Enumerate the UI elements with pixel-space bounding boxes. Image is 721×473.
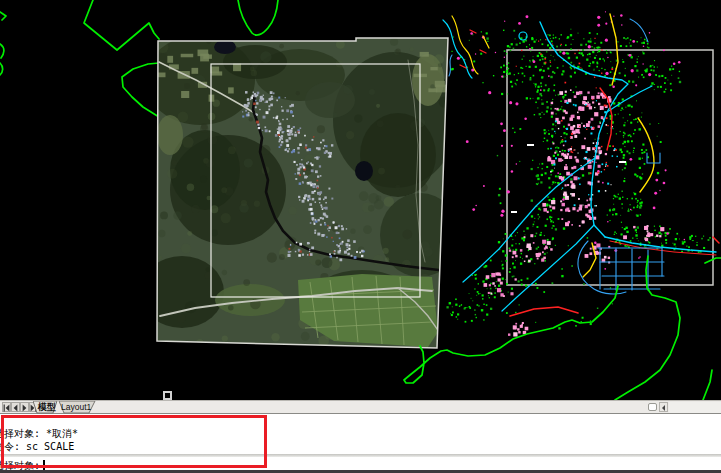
prev-tab-icon [12,404,19,412]
prev-tab-button[interactable] [11,402,20,412]
command-input-line[interactable]: 选择对象: [0,459,721,470]
hscroll-left-icon [660,404,667,412]
tab-layout1[interactable]: Layout1 [61,402,91,413]
satellite-image [140,35,460,350]
hscroll-track[interactable] [669,402,721,413]
pond [214,40,236,54]
command-divider [0,454,721,457]
command-history-line-1: 选择对象: *取消* [0,427,721,440]
model-space-viewport[interactable] [0,0,721,400]
cad-lines [443,14,719,316]
layout-tab-bar: 模型 Layout1 [0,400,721,413]
cad-map [443,11,719,336]
first-tab-button[interactable] [2,402,11,412]
next-tab-button[interactable] [20,402,29,412]
hscroll-left-button[interactable] [659,402,668,412]
next-tab-icon [21,404,28,412]
first-tab-icon [3,404,10,412]
drawing-canvas-svg [0,0,721,400]
tab-model[interactable]: 模型 [38,402,56,413]
command-window[interactable]: 选择对象: *取消* 命令: sc SCALE 选择对象: [0,413,721,470]
pond [355,161,373,181]
autocad-window: 模型 Layout1 选择对象: *取消* 命令: sc SCALE 选择对象: [0,0,721,473]
pickbox-cursor [163,391,172,400]
text-cursor [43,460,45,470]
tabbar-splitter[interactable] [648,403,657,411]
contour-lines-bottom-right [404,256,721,400]
command-prompt: 选择对象: [0,460,40,470]
command-history-line-2: 命令: sc SCALE [0,440,721,453]
